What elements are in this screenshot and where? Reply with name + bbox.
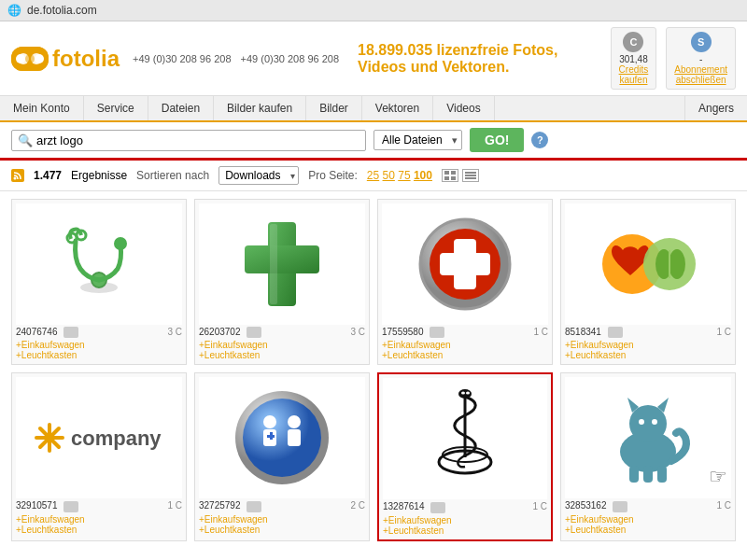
image-item-5[interactable]: company 32910571 1 C +Einkaufswagen +Leu… (11, 372, 187, 540)
image-lightbox-3[interactable]: +Leuchtkasten (382, 350, 548, 360)
image-lightbox-5[interactable]: +Leuchtkasten (16, 525, 182, 535)
image-cart-4[interactable]: +Einkaufswagen (565, 340, 731, 350)
image-cart-7[interactable]: +Einkaufswagen (383, 515, 547, 525)
sort-select[interactable]: Downloads Neueste Preis (218, 166, 299, 185)
svg-rect-56 (643, 466, 653, 483)
sub-action[interactable]: abschließen (676, 75, 726, 85)
image-thumb-1 (16, 203, 182, 325)
per-page-options: 25 50 75 100 (367, 169, 432, 182)
nav-item-bilder-kaufen[interactable]: Bilder kaufen (214, 96, 306, 120)
image-cart-6[interactable]: +Einkaufswagen (199, 514, 365, 525)
image-item-7[interactable]: 13287614 1 C +Einkaufswagen +Leuchtkaste… (377, 372, 553, 540)
image-item-4[interactable]: 8518341 1 C +Einkaufswagen +Leuchtkasten (560, 199, 736, 365)
grid-view-icon[interactable] (442, 169, 458, 182)
per-page-100[interactable]: 100 (414, 169, 432, 182)
nav-item-vektoren[interactable]: Vektoren (362, 96, 433, 120)
per-page-25[interactable]: 25 (367, 169, 379, 182)
image-cart-5[interactable]: +Einkaufswagen (16, 514, 182, 525)
svg-rect-24 (456, 241, 462, 287)
image-info-1: 24076746 3 C (16, 325, 182, 340)
svg-point-54 (652, 419, 657, 425)
file-type-select[interactable]: Alle Dateien Fotos Vektoren Videos (374, 130, 462, 150)
image-price-1: 3 C (167, 327, 182, 337)
eye-icon-7 (430, 502, 445, 513)
svg-rect-9 (465, 172, 476, 174)
svg-rect-55 (629, 466, 639, 483)
image-cart-2[interactable]: +Einkaufswagen (199, 340, 365, 350)
subscription-box[interactable]: S - Abonnement abschließen (666, 27, 736, 90)
image-lightbox-6[interactable]: +Leuchtkasten (199, 525, 365, 535)
per-page-label: Pro Seite: (308, 169, 358, 182)
image-item-2[interactable]: 26203702 3 C +Einkaufswagen +Leuchtkaste… (194, 199, 370, 365)
file-type-wrapper: Alle Dateien Fotos Vektoren Videos (374, 130, 462, 150)
image-info-4: 8518341 1 C (565, 325, 731, 340)
svg-rect-19 (270, 224, 277, 304)
image-price-2: 3 C (350, 327, 365, 337)
search-input[interactable] (36, 133, 359, 147)
image-info-2: 26203702 3 C (199, 325, 365, 340)
image-thumb-7 (383, 378, 547, 499)
image-thumb-2 (199, 203, 365, 325)
svg-point-46 (458, 389, 472, 399)
nav-item-bilder[interactable]: Bilder (306, 96, 362, 120)
credits-buy[interactable]: kaufen (619, 75, 647, 85)
nav-item-videos[interactable]: Videos (433, 96, 494, 120)
svg-rect-23 (440, 253, 490, 275)
go-button[interactable]: GO! (470, 128, 524, 152)
image-lightbox-4[interactable]: +Leuchtkasten (565, 350, 731, 360)
svg-point-4 (14, 177, 17, 180)
browser-bar: 🌐 de.fotolia.com (0, 0, 747, 21)
image-cart-1[interactable]: +Einkaufswagen (16, 340, 182, 350)
svg-rect-40 (288, 429, 301, 446)
nav-item-login[interactable]: Angers (684, 96, 747, 120)
svg-rect-10 (465, 175, 476, 176)
image-lightbox-8[interactable]: +Leuchtkasten (565, 525, 731, 535)
svg-point-39 (288, 415, 301, 428)
image-info-3: 17559580 1 C (382, 325, 548, 340)
help-icon[interactable]: ? (531, 132, 548, 148)
svg-point-28 (669, 249, 685, 279)
svg-rect-29 (669, 250, 670, 278)
view-icons (442, 169, 479, 182)
image-id-1: 24076746 (16, 327, 58, 337)
logo[interactable]: fotolia (11, 46, 120, 72)
sort-label: Sortieren nach (136, 169, 209, 182)
list-view-icon[interactable] (462, 169, 479, 182)
per-page-50[interactable]: 50 (383, 169, 395, 182)
nav-item-mein-konto[interactable]: Mein Konto (0, 96, 84, 120)
sub-circle: S (691, 32, 712, 52)
image-lightbox-1[interactable]: +Leuchtkasten (16, 350, 182, 360)
image-lightbox-2[interactable]: +Leuchtkasten (199, 350, 365, 360)
image-item-8[interactable]: ☞ 32853162 1 C +Einkaufswagen +Leuchtkas… (560, 372, 736, 540)
header-right: C 301,48 Credits kaufen S - Abonnement a… (611, 27, 736, 90)
search-icon: 🔍 (18, 133, 33, 147)
credits-amount: 301,48 (619, 54, 648, 64)
image-price-7: 1 C (532, 501, 547, 511)
search-input-wrapper: 🔍 (11, 130, 366, 151)
image-cart-3[interactable]: +Einkaufswagen (382, 340, 548, 350)
image-item-6[interactable]: 32725792 2 C +Einkaufswagen +Leuchtkaste… (194, 372, 370, 540)
image-id-4: 8518341 (565, 327, 601, 337)
image-item-1[interactable]: 24076746 3 C +Einkaufswagen +Leuchtkaste… (11, 199, 187, 365)
logo-icon (11, 47, 49, 71)
sort-wrapper: Downloads Neueste Preis (218, 166, 299, 185)
svg-rect-6 (451, 171, 456, 175)
credits-box[interactable]: C 301,48 Credits kaufen (611, 27, 657, 90)
svg-point-16 (114, 237, 127, 250)
svg-rect-57 (657, 466, 667, 483)
image-cart-8[interactable]: +Einkaufswagen (565, 514, 731, 525)
image-thumb-4 (565, 203, 731, 325)
svg-point-37 (263, 415, 276, 428)
nav-item-service[interactable]: Service (84, 96, 148, 120)
nav-item-dateien[interactable]: Dateien (148, 96, 214, 120)
svg-point-48 (466, 392, 470, 395)
image-lightbox-7[interactable]: +Leuchtkasten (383, 525, 547, 536)
image-item-3[interactable]: 17559580 1 C +Einkaufswagen +Leuchtkaste… (377, 199, 553, 365)
rss-icon[interactable] (11, 169, 24, 182)
sub-label: - (699, 54, 702, 64)
image-thumb-6 (199, 377, 365, 498)
sub-buy: Abonnement (674, 64, 727, 75)
per-page-75[interactable]: 75 (398, 169, 410, 182)
browser-icon: 🌐 (7, 4, 21, 17)
svg-text:company: company (71, 427, 162, 450)
